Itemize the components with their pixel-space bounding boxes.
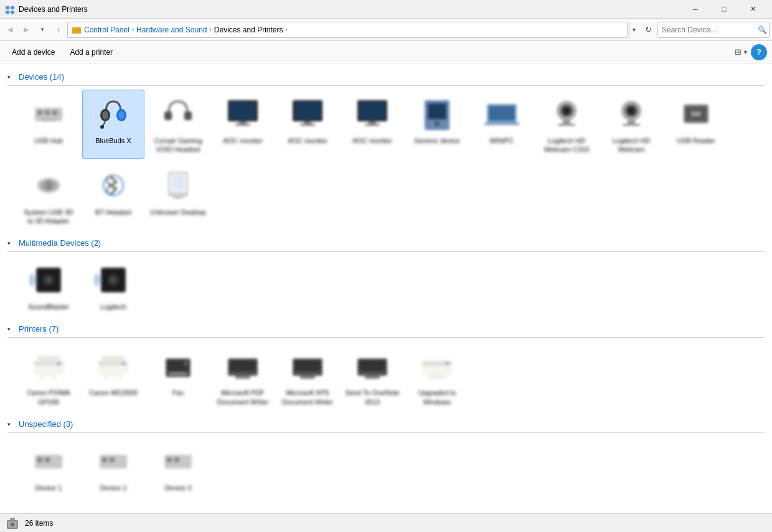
svg-point-40 bbox=[563, 107, 570, 114]
svg-rect-8 bbox=[45, 110, 50, 115]
device-item-desktop[interactable]: Unknown Desktop bbox=[147, 161, 209, 230]
device-item-monitor1[interactable]: AOC monitor bbox=[212, 90, 274, 159]
svg-rect-17 bbox=[164, 111, 172, 120]
device-item-webcam1[interactable]: Logitech HD Webcam C310 bbox=[535, 90, 598, 159]
device-item-canon-mg[interactable]: Canon MG3500 bbox=[82, 342, 144, 411]
device-item-generic[interactable]: Generic device bbox=[406, 90, 468, 159]
device-name-monitor2: AOC monitor bbox=[288, 136, 327, 145]
device-item-minipc[interactable]: MINIPC bbox=[471, 90, 533, 159]
multimedia-grid: SoundBlaster Logitech bbox=[7, 253, 765, 320]
view-options-button[interactable]: ⊞ ▼ bbox=[733, 44, 750, 60]
svg-point-12 bbox=[102, 111, 108, 119]
svg-rect-7 bbox=[37, 110, 42, 115]
device-item-fax[interactable]: Fax bbox=[147, 342, 209, 411]
devices-grid: USB Hub bbox=[7, 87, 765, 235]
device-item-realtek[interactable]: System USB 3D to 3D Adapter bbox=[17, 161, 80, 230]
maximize-button[interactable]: □ bbox=[710, 0, 738, 19]
device-icon-canon-mg bbox=[93, 346, 133, 386]
device-item-ms-pdf[interactable]: Microsoft PDF Document Writer bbox=[212, 342, 274, 411]
device-name-soundblaster: SoundBlaster bbox=[28, 302, 69, 311]
svg-point-34 bbox=[435, 121, 440, 126]
content-area[interactable]: ▾ Devices (14) USB Hub bbox=[0, 63, 772, 513]
device-item-logitech-pc[interactable]: Logitech bbox=[82, 256, 144, 315]
forward-button[interactable]: ▶ bbox=[19, 22, 34, 38]
svg-point-95 bbox=[446, 362, 448, 365]
svg-rect-87 bbox=[294, 360, 321, 371]
search-input[interactable] bbox=[662, 26, 755, 34]
devices-section-title: Devices (14) bbox=[19, 72, 64, 82]
device-item-corsair[interactable]: Corsair Gaming VOID Headset bbox=[147, 90, 209, 159]
printers-divider bbox=[7, 337, 765, 338]
breadcrumb-hardware[interactable]: Hardware and Sound bbox=[136, 26, 207, 34]
svg-rect-0 bbox=[6, 6, 9, 9]
device-item-unspec3[interactable]: Device 3 bbox=[147, 437, 209, 497]
dropdown-button[interactable]: ▼ bbox=[35, 22, 50, 38]
device-icon-logitech-pc bbox=[93, 260, 133, 300]
svg-rect-91 bbox=[365, 376, 380, 379]
printers-chevron: ▾ bbox=[7, 326, 15, 332]
unspecified-section-header[interactable]: ▾ Unspecified (3) bbox=[7, 416, 765, 431]
statusbar-count: 26 items bbox=[25, 519, 53, 528]
address-dropdown[interactable]: ▼ bbox=[629, 22, 639, 38]
back-button[interactable]: ◀ bbox=[2, 22, 17, 38]
titlebar-icon bbox=[5, 4, 15, 14]
device-item-usb-reader[interactable]: USB Reader bbox=[665, 90, 727, 159]
svg-rect-50 bbox=[691, 111, 701, 116]
device-item-unspec2[interactable]: Device 2 bbox=[82, 437, 144, 497]
add-device-button[interactable]: Add a device bbox=[5, 44, 62, 60]
device-icon-bt bbox=[93, 166, 133, 205]
breadcrumb-control-panel[interactable]: Control Panel bbox=[84, 26, 129, 34]
device-item-usb-hub[interactable]: USB Hub bbox=[17, 90, 80, 159]
device-item-monitor2[interactable]: AOC monitor bbox=[276, 90, 339, 159]
svg-rect-84 bbox=[230, 360, 256, 371]
refresh-button[interactable]: ↻ bbox=[640, 22, 656, 38]
device-icon-soundblaster bbox=[29, 260, 68, 300]
device-item-soundblaster[interactable]: SoundBlaster bbox=[17, 256, 80, 315]
device-name-bt: BT Headset bbox=[95, 208, 131, 217]
device-name-upgraded: Upgraded to Windows bbox=[409, 388, 465, 406]
svg-rect-88 bbox=[300, 376, 315, 379]
device-item-canon-pixma[interactable]: Canon PIXMA GP200 bbox=[17, 342, 80, 411]
device-item-upgraded[interactable]: Upgraded to Windows bbox=[406, 342, 468, 411]
window-controls: ─ □ ✕ bbox=[681, 0, 767, 19]
svg-rect-28 bbox=[359, 102, 385, 119]
svg-rect-57 bbox=[172, 175, 184, 190]
svg-point-71 bbox=[57, 362, 60, 365]
device-name-desktop: Unknown Desktop bbox=[150, 208, 205, 217]
up-button[interactable]: ↑ bbox=[51, 22, 66, 38]
multimedia-section-header[interactable]: ▾ Multimedia Devices (2) bbox=[7, 235, 765, 250]
svg-rect-9 bbox=[52, 110, 57, 115]
svg-point-107 bbox=[11, 523, 14, 526]
help-button[interactable]: ? bbox=[751, 44, 767, 60]
device-item-onenote[interactable]: Send To OneNote 2013 bbox=[341, 342, 403, 411]
svg-point-16 bbox=[100, 125, 104, 129]
device-name-logitech-pc: Logitech bbox=[100, 302, 126, 311]
svg-rect-90 bbox=[359, 360, 385, 371]
close-button[interactable]: ✕ bbox=[738, 0, 767, 19]
unspecified-section-title: Unspecified (3) bbox=[19, 419, 73, 429]
svg-rect-101 bbox=[110, 457, 115, 462]
printers-section-title: Printers (7) bbox=[19, 324, 59, 334]
device-item-ms-xps[interactable]: Microsoft XPS Document Writer bbox=[276, 342, 339, 411]
device-item-monitor3[interactable]: AOC monitor bbox=[341, 90, 403, 159]
devices-section-header[interactable]: ▾ Devices (14) bbox=[7, 68, 765, 84]
minimize-button[interactable]: ─ bbox=[681, 0, 710, 19]
add-printer-button[interactable]: Add a printer bbox=[63, 44, 120, 60]
svg-rect-97 bbox=[37, 457, 42, 462]
svg-rect-72 bbox=[37, 356, 60, 362]
device-item-webcam2[interactable]: Logitech HD Webcam bbox=[600, 90, 662, 159]
svg-rect-104 bbox=[174, 457, 179, 462]
svg-rect-94 bbox=[428, 375, 446, 380]
device-icon-unspec3 bbox=[158, 441, 198, 481]
device-item-bluebuds[interactable]: BlueBuds X bbox=[82, 90, 144, 159]
svg-rect-100 bbox=[102, 457, 107, 462]
device-item-bt[interactable]: BT Headset bbox=[82, 161, 144, 230]
printers-section-header[interactable]: ▾ Printers (7) bbox=[7, 320, 765, 336]
multimedia-section-title: Multimedia Devices (2) bbox=[19, 238, 101, 248]
breadcrumb-sep-1: › bbox=[132, 26, 134, 33]
device-icon-corsair bbox=[158, 94, 198, 134]
device-item-unspec1[interactable]: Device 1 bbox=[17, 437, 80, 497]
device-icon-bluebuds bbox=[93, 94, 133, 134]
svg-point-66 bbox=[111, 278, 116, 282]
svg-rect-1 bbox=[11, 6, 14, 9]
